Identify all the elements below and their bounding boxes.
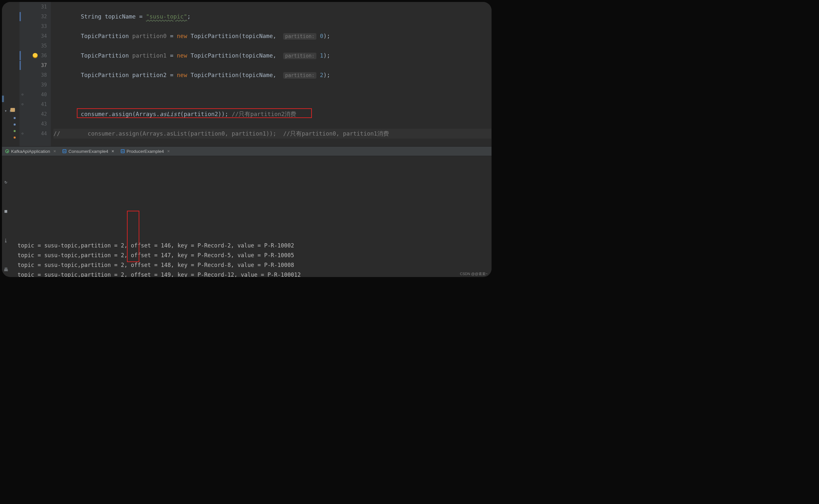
code-area[interactable]: String topicName = "susu-topic"; TopicPa… [51,2,491,146]
code-text: String topicName = [81,13,146,20]
line-number[interactable]: 41⊖ [20,99,47,109]
file-icon[interactable] [14,124,16,126]
console-output[interactable]: ↻ ■ ⭳ 🖶 🗑 topic = susu-topic,partition =… [2,156,491,276]
line-number[interactable]: 33 [20,21,47,31]
folder-icon[interactable] [10,108,15,112]
console-line: topic = susu-topic,partition = 2, offset… [18,250,491,260]
ide-window: ▾ r 31323334353637383940⊖41⊖424344⊖ Stri… [2,2,491,277]
inlay-hint: partition: [283,53,316,59]
string-literal: "susu-topic" [146,13,187,20]
download-icon[interactable]: ⭳ [3,235,9,241]
run-config-icon [5,149,9,153]
line-number[interactable]: 42 [20,109,47,119]
stop-icon[interactable]: ■ [3,206,9,212]
file-icon[interactable] [14,137,16,139]
line-number[interactable]: 39 [20,80,47,90]
inlay-hint: partition: [283,72,316,79]
line-number[interactable]: 44⊖ [20,129,47,139]
line-number[interactable]: 34 [20,31,47,41]
vcs-change-marker[interactable] [20,51,21,60]
tab-label: KafkaApiApplication [11,149,50,154]
file-icon[interactable] [14,130,16,132]
fold-icon[interactable]: ⊖ [21,90,24,99]
editor-pane: ▾ r 31323334353637383940⊖41⊖424344⊖ Stri… [2,2,491,146]
watermark: CSDN @@素素~ [460,272,488,276]
line-number[interactable]: 43 [20,119,47,129]
line-number-gutter[interactable]: 31323334353637383940⊖41⊖424344⊖ [20,2,51,146]
line-number[interactable]: 31 [20,2,47,12]
selection-marker [2,96,4,102]
fold-icon[interactable]: ⊖ [21,99,24,109]
restart-icon[interactable]: ↻ [3,177,9,183]
intention-bulb-icon[interactable] [33,53,38,58]
line-number[interactable]: 38 [20,70,47,80]
vcs-change-marker[interactable] [20,12,21,21]
console-line: topic = susu-topic,partition = 2, offset… [18,270,491,277]
print-icon[interactable]: 🖶 [3,265,9,271]
line-number[interactable]: 40⊖ [20,90,47,99]
line-number[interactable]: 36 [20,51,47,60]
run-tab[interactable]: KafkaApiApplication× [2,147,59,156]
file-icon[interactable] [14,117,16,119]
line-number[interactable]: 37 [20,60,47,70]
console-toolbar[interactable]: ↻ ■ ⭳ 🖶 🗑 [2,155,10,211]
console-line: topic = susu-topic,partition = 2, offset… [18,260,491,270]
console-line: topic = susu-topic,partition = 2, offset… [18,241,491,250]
inlay-hint: partition: [283,33,316,40]
line-number[interactable]: 32 [20,12,47,21]
fold-icon[interactable]: ⊖ [21,129,24,139]
project-sidebar[interactable]: ▾ r [2,2,20,146]
vcs-change-marker[interactable] [20,61,21,70]
line-number[interactable]: 35 [20,41,47,51]
